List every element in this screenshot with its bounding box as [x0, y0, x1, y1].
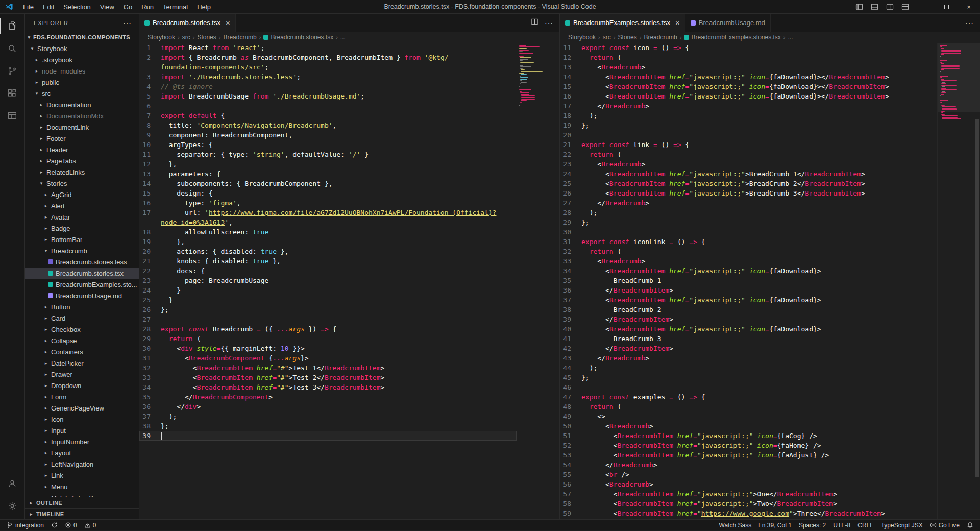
code-line[interactable]: 54 </Breadcrumb> [560, 460, 937, 470]
code-line[interactable]: 19 }, [139, 237, 517, 247]
maximize-button[interactable] [935, 0, 958, 13]
tree-item[interactable]: ▸Card [24, 312, 139, 324]
code-line[interactable]: 26 <BreadcrumbItem href="javascript:;">B… [560, 188, 937, 198]
status-cursor-position[interactable]: Ln 39, Col 1 [755, 520, 795, 530]
tree-item[interactable]: ▸Drawer [24, 369, 139, 380]
code-line[interactable]: 40 <BreadcrumbItem href="javascript:;" i… [560, 324, 937, 334]
code-line[interactable]: 48 return ( [560, 402, 937, 412]
tree-item[interactable]: ▸DocumentLink [24, 122, 139, 133]
tree-item[interactable]: ▸Avatar [24, 211, 139, 223]
code-line[interactable]: 34 <BreadcrumbItem href="#">Test 3</Brea… [139, 382, 517, 392]
explorer-view-icon[interactable] [0, 15, 24, 37]
close-button[interactable]: × [958, 0, 980, 13]
code-line[interactable]: 15 <BreadcrumbItem href="javascript:;" i… [560, 82, 937, 91]
tree-item[interactable]: ▸Link [24, 470, 139, 481]
section-outline[interactable]: ▸OUTLINE [24, 497, 139, 508]
menu-terminal[interactable]: Terminal [158, 0, 192, 13]
code-line[interactable]: 43 </Breadcrumb> [560, 353, 937, 363]
tree-item[interactable]: ▸Collapse [24, 335, 139, 346]
tree-item[interactable]: Breadcrumb.stories.less [24, 256, 139, 268]
status-git-branch[interactable]: integration [3, 520, 47, 530]
code-line[interactable]: 27 </Breadcrumb> [560, 198, 937, 208]
code-line[interactable]: 22 docs: { [139, 266, 517, 276]
menu-file[interactable]: File [18, 0, 38, 13]
status-go-live[interactable]: Go Live [926, 520, 963, 530]
tree-item[interactable]: ▸InputNumber [24, 436, 139, 447]
tree-item[interactable]: ▸MobileActionBar [24, 492, 139, 497]
code-line[interactable]: 17 url: 'https://www.figma.com/file/aG7Z… [139, 208, 517, 218]
code-line[interactable]: 23 <Breadcrumb> [560, 159, 937, 169]
code-line[interactable]: 31export const iconLink = () => { [560, 237, 937, 247]
code-line[interactable]: 3import './Breadcrumb.stories.less'; [139, 72, 517, 82]
extensions-view-icon[interactable] [0, 82, 24, 105]
toggle-primary-sidebar-icon[interactable] [851, 0, 867, 13]
code-line[interactable]: 24 <BreadcrumbItem href="javascript:;">B… [560, 169, 937, 179]
code-line[interactable]: 22 return ( [560, 150, 937, 159]
test-explorer-view-icon[interactable] [0, 105, 24, 127]
code-line[interactable]: 26}; [139, 305, 517, 315]
code-line[interactable]: 59 <BreadcrumbItem href="https://www.goo… [560, 509, 937, 518]
status-eol[interactable]: CRLF [854, 520, 877, 530]
tree-item[interactable]: ▸Button [24, 301, 139, 312]
code-line[interactable]: 16 <BreadcrumbItem href="javascript:;" i… [560, 91, 937, 101]
code-line[interactable]: 21 knobs: { disabled: true }, [139, 256, 517, 266]
tree-item[interactable]: ▸Footer [24, 133, 139, 144]
breadcrumb-item[interactable]: Storybook [568, 34, 596, 41]
breadcrumb-item[interactable]: Breadcrumb.stories.tsx [263, 34, 333, 41]
split-editor-icon[interactable] [531, 18, 538, 28]
menu-run[interactable]: Run [137, 0, 158, 13]
tree-item[interactable]: ▾Storybook [24, 43, 139, 54]
source-control-view-icon[interactable] [0, 60, 24, 82]
tree-item[interactable]: ▸DocumentationMdx [24, 110, 139, 122]
breadcrumb-item[interactable]: Breadcrumb [223, 34, 256, 41]
code-line[interactable]: 52 <BreadcrumbItem href="javascript:;" i… [560, 441, 937, 450]
code-line[interactable]: 5import BreadcrumbUsage from './Breadcru… [139, 91, 517, 101]
toggle-secondary-sidebar-icon[interactable] [882, 0, 897, 13]
tree-item[interactable]: ▾Stories [24, 178, 139, 189]
code-line[interactable]: 36 </BreadcrumbItem> [560, 285, 937, 295]
code-line[interactable]: 34 <BreadcrumbItem href="javascript:;" i… [560, 266, 937, 276]
views-and-more-actions-icon[interactable]: ··· [123, 19, 132, 27]
code-line[interactable]: 20 [560, 130, 937, 140]
code-line[interactable]: 55 <br /> [560, 470, 937, 479]
code-line[interactable]: 13 parameters: { [139, 169, 517, 179]
code-line[interactable]: 12 return ( [560, 53, 937, 62]
code-line[interactable]: 47export const examples = () => { [560, 392, 937, 402]
workspace-root-folder[interactable]: ▾ FDS.FOUNDATION-COMPONENTS [24, 32, 139, 43]
tree-item[interactable]: ▸Header [24, 144, 139, 155]
breadcrumb-item[interactable]: Storybook [148, 34, 175, 41]
editor-left[interactable]: 1import React from 'react';2import { Bre… [139, 43, 559, 519]
close-icon[interactable]: × [675, 19, 680, 27]
code-line[interactable]: 18 allowFullscreen: true [139, 227, 517, 237]
tree-item[interactable]: ▸LeftNavigation [24, 458, 139, 470]
minimize-button[interactable] [913, 0, 935, 13]
code-line[interactable]: 45}; [560, 373, 937, 382]
code-line[interactable]: 37 ); [139, 412, 517, 421]
customize-layout-icon[interactable] [897, 0, 913, 13]
code-line[interactable]: 6 [139, 101, 517, 111]
code-line[interactable]: 1import React from 'react'; [139, 43, 517, 53]
code-line[interactable]: 33 <Breadcrumb> [560, 256, 937, 266]
menu-go[interactable]: Go [119, 0, 137, 13]
tree-item[interactable]: ▸Alert [24, 200, 139, 211]
section-timeline[interactable]: ▸TIMELINE [24, 508, 139, 519]
code-line[interactable]: 14 <BreadcrumbItem href="javascript:;" i… [560, 72, 937, 82]
code-line[interactable]: 38}; [139, 421, 517, 431]
code-line[interactable]: 18 ); [560, 111, 937, 120]
breadcrumb-item[interactable]: ... [340, 34, 346, 41]
code-line[interactable]: 14 subcomponents: { BreadcrumbComponent … [139, 179, 517, 188]
code-line[interactable]: 30 [560, 227, 937, 237]
code-line[interactable]: 41 BreadCrumb 3 [560, 334, 937, 344]
accounts-icon[interactable] [0, 472, 24, 495]
tree-item[interactable]: ▸Form [24, 391, 139, 402]
code-line[interactable]: 25 <BreadcrumbItem href="javascript:;">B… [560, 179, 937, 188]
code-line[interactable]: foundation-components/src'; [139, 62, 517, 72]
code-line[interactable]: 38 BreadCrumb 2 [560, 305, 937, 315]
code-line[interactable]: 27 [139, 315, 517, 324]
breadcrumb-item[interactable]: Stories [618, 34, 636, 41]
code-line[interactable]: 8 title: 'Components/Navigation/Breadcru… [139, 120, 517, 130]
code-line[interactable]: 57 <BreadcrumbItem href="javascript:;">O… [560, 489, 937, 499]
breadcrumb-item[interactable]: src [603, 34, 611, 41]
code-line[interactable]: 32 return ( [560, 247, 937, 256]
code-line[interactable]: 21export const link = () => { [560, 140, 937, 150]
